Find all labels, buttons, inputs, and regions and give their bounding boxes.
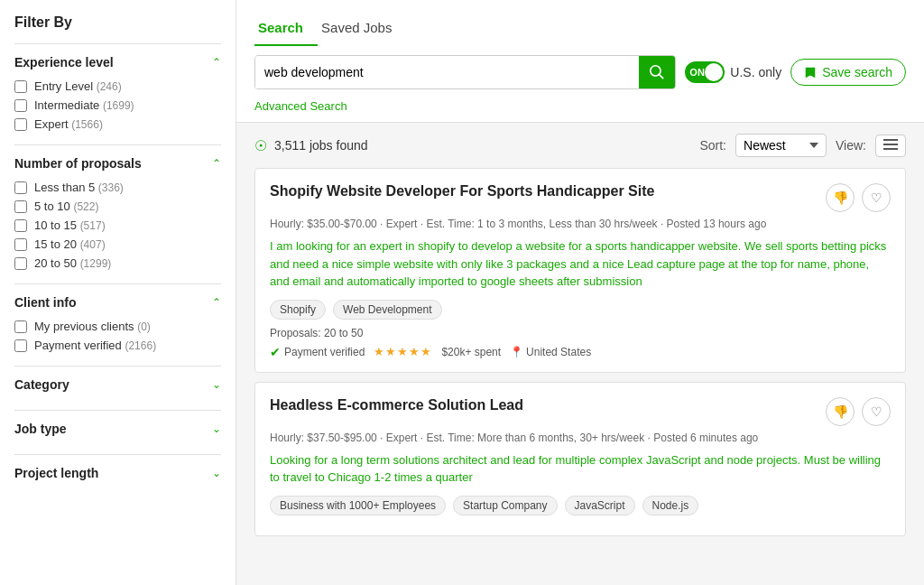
location-icon-0: 📍 (510, 346, 523, 358)
bookmark-icon (804, 66, 817, 79)
advanced-search-link[interactable]: Advanced Search (254, 99, 347, 122)
job-proposals-0: Proposals: 20 to 50 (270, 327, 891, 339)
search-icon (650, 65, 664, 79)
sort-select[interactable]: Newest Oldest Relevance (735, 134, 827, 157)
save-job-button-1[interactable]: ♡ (862, 397, 891, 426)
verified-icon-0: ✔ (270, 345, 281, 359)
filter-section-client: Client info ⌃ My previous clients (0) Pa… (14, 283, 221, 366)
chevron-up-client-icon: ⌃ (212, 296, 221, 309)
filter-label-15to20: 15 to 20 (407) (34, 237, 106, 251)
chevron-down-jobtype-icon: ⌄ (212, 422, 221, 435)
chevron-up-icon: ⌃ (212, 56, 221, 69)
filter-item-15to20: 15 to 20 (407) (14, 235, 221, 254)
filter-item-20to50: 20 to 50 (1299) (14, 254, 221, 273)
payment-verified-0: ✔ Payment verified (270, 345, 365, 359)
filter-label-10to15: 10 to 15 (517) (34, 218, 106, 232)
tab-saved-jobs[interactable]: Saved Jobs (318, 13, 406, 46)
filter-checkbox-20to50[interactable] (14, 257, 27, 270)
filter-item-payment-verified: Payment verified (2166) (14, 336, 221, 355)
search-area: Search Saved Jobs ON U.S. only (236, 0, 924, 123)
chevron-down-projectlength-icon: ⌄ (212, 467, 221, 479)
rss-icon: ☉ (254, 137, 267, 154)
list-view-icon (883, 139, 898, 150)
filter-item-prev-clients: My previous clients (0) (14, 317, 221, 336)
sort-label: Sort: (699, 138, 726, 153)
sort-wrap: Sort: Newest Oldest Relevance View: (699, 134, 906, 157)
filter-section-proposals-header[interactable]: Number of proposals ⌃ (14, 156, 221, 171)
jobs-list: Shopify Website Developer For Sports Han… (236, 168, 924, 545)
job-meta-0: Hourly: $35.00-$70.00 · Expert · Est. Ti… (270, 218, 891, 230)
payment-verified-label-0: Payment verified (284, 346, 365, 358)
svg-rect-0 (883, 139, 898, 141)
filter-section-category-header[interactable]: Category ⌄ (14, 377, 221, 392)
filter-item-less5: Less than 5 (336) (14, 178, 221, 197)
job-actions-0: 👎 ♡ (826, 183, 891, 212)
filter-item-10to15: 10 to 15 (517) (14, 216, 221, 235)
job-desc-0: I am looking for an expert in shopify to… (270, 237, 891, 291)
job-title-0[interactable]: Shopify Website Developer For Sports Han… (270, 183, 654, 200)
job-desc-1: Looking for a long term solutions archit… (270, 451, 891, 487)
filter-section-jobtype: Job type ⌄ (14, 410, 221, 454)
us-only-toggle[interactable]: ON (685, 61, 725, 83)
filter-section-client-header[interactable]: Client info ⌃ (14, 295, 221, 310)
filter-label-intermediate: Intermediate (1699) (34, 98, 134, 112)
experience-items: Entry Level (246) Intermediate (1699) Ex… (14, 77, 221, 134)
filter-checkbox-expert[interactable] (14, 118, 27, 131)
tag-webdev: Web Development (333, 300, 442, 320)
filter-item-5to10: 5 to 10 (522) (14, 197, 221, 216)
sidebar: Filter By Experience level ⌃ Entry Level… (0, 0, 236, 585)
job-actions-1: 👎 ♡ (826, 397, 891, 426)
proposals-items: Less than 5 (336) 5 to 10 (522) 10 to 15… (14, 178, 221, 273)
filter-section-jobtype-header[interactable]: Job type ⌄ (14, 422, 221, 436)
filter-checkbox-entry[interactable] (14, 80, 27, 93)
filter-section-client-title: Client info (14, 295, 76, 310)
dislike-button-0[interactable]: 👎 (826, 183, 855, 212)
filter-checkbox-10to15[interactable] (14, 219, 27, 232)
job-title-1[interactable]: Headless E-commerce Solution Lead (270, 397, 523, 413)
filter-label-expert: Expert (1566) (34, 117, 103, 131)
job-card-header-0: Shopify Website Developer For Sports Han… (270, 183, 891, 212)
tab-search[interactable]: Search (254, 13, 318, 46)
filter-section-experience-header[interactable]: Experience level ⌃ (14, 55, 221, 70)
view-button[interactable] (875, 135, 906, 157)
tag-startup: Startup Company (453, 496, 557, 515)
filter-section-projectlength-header[interactable]: Project length ⌄ (14, 466, 221, 480)
search-button[interactable] (639, 55, 675, 89)
main-content: Search Saved Jobs ON U.S. only (236, 0, 924, 585)
filter-checkbox-less5[interactable] (14, 181, 27, 194)
location-0: 📍 United States (510, 346, 591, 358)
filter-checkbox-payment-verified[interactable] (14, 339, 27, 352)
us-only-label: U.S. only (730, 65, 781, 79)
job-tags-1: Business with 1000+ Employees Startup Co… (270, 496, 891, 515)
filter-label-prev-clients: My previous clients (0) (34, 320, 151, 333)
filter-checkbox-15to20[interactable] (14, 238, 27, 251)
filter-checkbox-intermediate[interactable] (14, 99, 27, 112)
job-footer-0: ✔ Payment verified ★★★★★ $20k+ spent 📍 U… (270, 345, 891, 359)
stars-0: ★★★★★ (374, 345, 432, 358)
filter-checkbox-5to10[interactable] (14, 200, 27, 213)
job-card-header-1: Headless E-commerce Solution Lead 👎 ♡ (270, 397, 891, 426)
jobs-found: ☉ 3,511 jobs found (254, 137, 368, 154)
filter-label-5to10: 5 to 10 (522) (34, 200, 98, 213)
filter-section-projectlength: Project length ⌄ (14, 454, 221, 498)
filter-checkbox-prev-clients[interactable] (14, 320, 27, 333)
tag-biz1000: Business with 1000+ Employees (270, 496, 446, 515)
filter-item-intermediate: Intermediate (1699) (14, 96, 221, 115)
filter-section-projectlength-title: Project length (14, 466, 98, 480)
filter-label-20to50: 20 to 50 (1299) (34, 256, 111, 270)
search-input-wrap (254, 55, 676, 89)
search-input[interactable] (255, 56, 639, 88)
filter-item-expert: Expert (1566) (14, 115, 221, 134)
filter-label-less5: Less than 5 (336) (34, 181, 124, 194)
filter-item-entry: Entry Level (246) (14, 77, 221, 96)
filter-section-proposals: Number of proposals ⌃ Less than 5 (336) … (14, 144, 221, 283)
search-row: ON U.S. only Save search (254, 46, 906, 98)
dislike-button-1[interactable]: 👎 (826, 397, 855, 426)
filter-section-category-title: Category (14, 377, 69, 392)
chevron-up-proposals-icon: ⌃ (212, 157, 221, 170)
save-job-button-0[interactable]: ♡ (862, 183, 891, 212)
tag-js: JavaScript (565, 496, 635, 515)
job-tags-0: Shopify Web Development (270, 300, 891, 320)
filter-section-category: Category ⌄ (14, 366, 221, 410)
save-search-button[interactable]: Save search (790, 59, 906, 86)
